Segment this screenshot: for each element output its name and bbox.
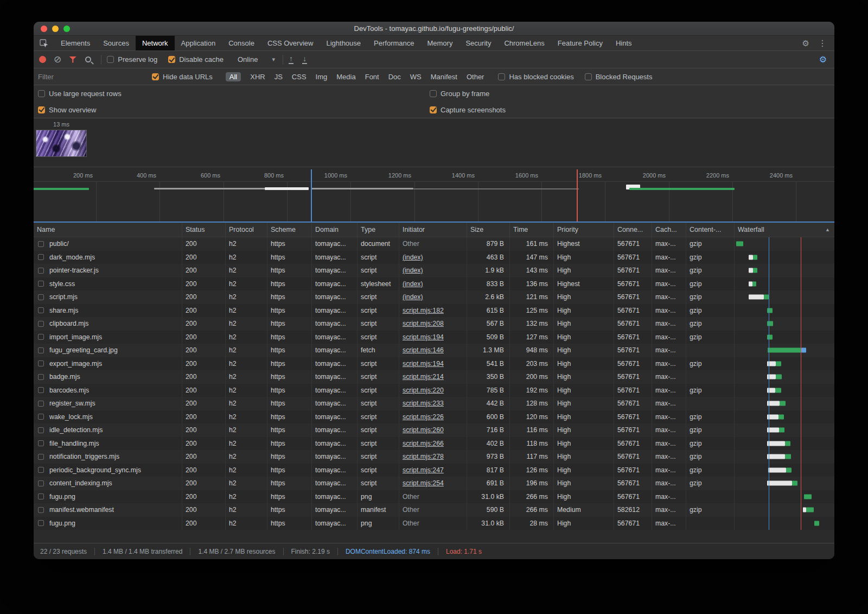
clear-network-log-icon[interactable]: ⊘ — [54, 55, 61, 64]
row-checkbox[interactable] — [38, 334, 44, 340]
cell-initiator[interactable]: script.mjs:226 — [399, 410, 467, 424]
cell-initiator[interactable]: (index) — [399, 290, 467, 304]
filmstrip-thumbnail[interactable] — [36, 130, 87, 157]
column-header-cache[interactable]: Cach... — [652, 223, 686, 237]
column-header-priority[interactable]: Priority — [554, 223, 614, 237]
cell-initiator[interactable]: script.mjs:260 — [399, 423, 467, 437]
column-header-size[interactable]: Size — [467, 223, 510, 237]
cell-initiator[interactable]: (index) — [399, 277, 467, 291]
cell-initiator[interactable]: script.mjs:220 — [399, 384, 467, 397]
row-checkbox[interactable] — [38, 387, 44, 393]
tab-css-overview[interactable]: CSS Overview — [261, 36, 320, 50]
tab-performance[interactable]: Performance — [367, 36, 420, 50]
tab-memory[interactable]: Memory — [420, 36, 459, 50]
row-checkbox[interactable] — [38, 440, 44, 446]
row-checkbox[interactable] — [38, 321, 44, 327]
table-row[interactable]: style.css 200 h2 https tomayac... styles… — [34, 277, 834, 291]
tab-feature-policy[interactable]: Feature Policy — [551, 36, 609, 50]
record-network-log-button[interactable] — [39, 56, 46, 63]
row-checkbox[interactable] — [38, 520, 44, 526]
use-large-request-rows-checkbox[interactable]: Use large request rows — [38, 90, 122, 98]
column-header-scheme[interactable]: Scheme — [267, 223, 312, 237]
table-row[interactable]: pointer-tracker.js 200 h2 https tomayac.… — [34, 264, 834, 277]
filter-chip-xhr[interactable]: XHR — [250, 73, 265, 81]
cell-initiator[interactable]: script.mjs:254 — [399, 477, 467, 490]
cell-initiator[interactable]: script.mjs:247 — [399, 464, 467, 477]
table-row[interactable]: share.mjs 200 h2 https tomayac... script… — [34, 304, 834, 318]
table-row[interactable]: wake_lock.mjs 200 h2 https tomayac... sc… — [34, 410, 834, 424]
filter-chip-font[interactable]: Font — [365, 73, 379, 81]
column-header-protocol[interactable]: Protocol — [226, 223, 267, 237]
table-row[interactable]: barcodes.mjs 200 h2 https tomayac... scr… — [34, 384, 834, 397]
row-checkbox[interactable] — [38, 307, 44, 313]
table-row[interactable]: clipboard.mjs 200 h2 https tomayac... sc… — [34, 317, 834, 331]
tab-sources[interactable]: Sources — [97, 36, 136, 50]
tab-elements[interactable]: Elements — [54, 36, 97, 50]
column-header-content-encoding[interactable]: Content-... — [686, 223, 735, 237]
cell-initiator[interactable]: (index) — [399, 264, 467, 277]
throttling-select[interactable]: Online ▾ — [238, 55, 275, 64]
minimize-window-button[interactable] — [52, 26, 59, 32]
table-row[interactable]: script.mjs 200 h2 https tomayac... scrip… — [34, 290, 834, 304]
row-checkbox[interactable] — [38, 427, 44, 433]
preserve-log-checkbox[interactable]: Preserve log — [107, 55, 157, 64]
zoom-window-button[interactable] — [63, 26, 70, 32]
column-header-time[interactable]: Time — [510, 223, 554, 237]
filter-chip-all[interactable]: All — [226, 72, 241, 81]
cell-initiator[interactable]: script.mjs:208 — [399, 317, 467, 331]
table-row[interactable]: import_image.mjs 200 h2 https tomayac...… — [34, 331, 834, 344]
cell-initiator[interactable]: (index) — [399, 251, 467, 264]
filter-chip-media[interactable]: Media — [336, 73, 355, 81]
disable-cache-checkbox[interactable]: Disable cache — [168, 55, 224, 64]
row-checkbox[interactable] — [38, 401, 44, 407]
column-header-name[interactable]: Name — [34, 223, 182, 237]
search-icon[interactable] — [85, 56, 91, 62]
tab-network[interactable]: Network — [136, 36, 175, 50]
cell-initiator[interactable]: script.mjs:233 — [399, 397, 467, 410]
table-row[interactable]: periodic_background_sync.mjs 200 h2 http… — [34, 464, 834, 477]
column-header-domain[interactable]: Domain — [312, 223, 358, 237]
row-checkbox[interactable] — [38, 254, 44, 260]
table-row[interactable]: export_image.mjs 200 h2 https tomayac...… — [34, 357, 834, 371]
table-row[interactable]: fugu_greeting_card.jpg 200 h2 https toma… — [34, 344, 834, 357]
filter-chip-img[interactable]: Img — [316, 73, 328, 81]
table-row[interactable]: manifest.webmanifest 200 h2 https tomaya… — [34, 503, 834, 517]
row-checkbox[interactable] — [38, 241, 44, 247]
cell-initiator[interactable]: script.mjs:266 — [399, 437, 467, 451]
filmstrip-frame[interactable]: 13 ms — [35, 121, 87, 157]
table-row[interactable]: register_sw.mjs 200 h2 https tomayac... … — [34, 397, 834, 410]
settings-gear-icon[interactable]: ⚙ — [802, 39, 809, 48]
row-checkbox[interactable] — [38, 360, 44, 366]
row-checkbox[interactable] — [38, 294, 44, 300]
column-header-type[interactable]: Type — [358, 223, 399, 237]
row-checkbox[interactable] — [38, 414, 44, 420]
column-header-connection[interactable]: Conne... — [614, 223, 652, 237]
capture-screenshots-checkbox[interactable]: Capture screenshots — [430, 106, 506, 114]
row-checkbox[interactable] — [38, 507, 44, 513]
cell-initiator[interactable]: script.mjs:146 — [399, 344, 467, 357]
table-row[interactable]: content_indexing.mjs 200 h2 https tomaya… — [34, 477, 834, 490]
import-har-icon[interactable]: ↑ — [289, 55, 293, 64]
export-har-icon[interactable]: ↓ — [302, 55, 307, 64]
row-checkbox[interactable] — [38, 281, 44, 287]
has-blocked-cookies-checkbox[interactable]: Has blocked cookies — [498, 73, 573, 81]
tab-lighthouse[interactable]: Lighthouse — [320, 36, 367, 50]
filter-funnel-icon[interactable] — [69, 56, 76, 63]
table-row[interactable]: public/ 200 h2 https tomayac... document… — [34, 237, 834, 251]
filter-chip-doc[interactable]: Doc — [388, 73, 401, 81]
filter-chip-other[interactable]: Other — [467, 73, 484, 81]
column-header-waterfall[interactable]: Waterfall ▲ — [735, 223, 834, 237]
group-by-frame-checkbox[interactable]: Group by frame — [430, 90, 489, 98]
row-checkbox[interactable] — [38, 374, 44, 380]
inspect-element-button[interactable] — [34, 36, 54, 50]
cell-initiator[interactable]: script.mjs:214 — [399, 370, 467, 384]
table-row[interactable]: fugu.png 200 h2 https tomayac... png Oth… — [34, 517, 834, 530]
row-checkbox[interactable] — [38, 268, 44, 274]
row-checkbox[interactable] — [38, 480, 44, 486]
cell-initiator[interactable]: script.mjs:194 — [399, 357, 467, 371]
tab-chromelens[interactable]: ChromeLens — [497, 36, 551, 50]
network-settings-gear-icon[interactable]: ⚙ — [819, 54, 827, 65]
sort-ascending-icon[interactable]: ▲ — [825, 227, 830, 232]
close-window-button[interactable] — [41, 26, 47, 32]
row-checkbox[interactable] — [38, 467, 44, 473]
